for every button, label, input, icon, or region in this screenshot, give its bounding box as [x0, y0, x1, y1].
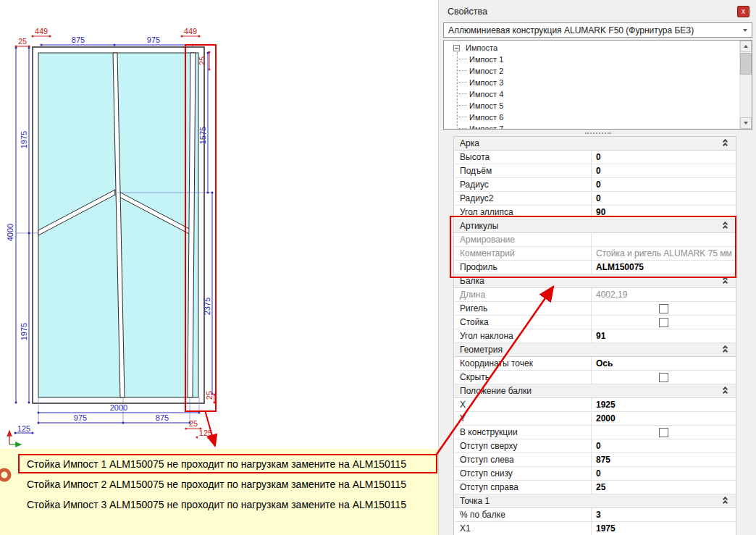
splitter-handle: [585, 132, 611, 134]
prop-value: [592, 302, 736, 315]
panel-splitter[interactable]: [443, 130, 752, 135]
section-header[interactable]: Арка: [454, 137, 736, 151]
scrollbar-thumb[interactable]: [740, 53, 752, 75]
tree-item[interactable]: Импост 2: [444, 65, 739, 77]
tree-guide-line: [457, 52, 458, 127]
cad-drawing[interactable]: 449 25 875 975 449 25 1975 4000 1975 157…: [0, 0, 449, 449]
prop-value[interactable]: 3: [592, 508, 736, 521]
section-header[interactable]: Точка 1: [454, 494, 736, 508]
panel-title: Свойства: [448, 7, 487, 17]
prop-value[interactable]: 0: [592, 192, 736, 205]
warning-message[interactable]: Стойка Импост 2 ALM150075 не проходит по…: [27, 479, 406, 490]
section-header[interactable]: Положение балки: [454, 384, 736, 398]
dimension-label: 875: [72, 35, 85, 44]
prop-label: Ригель: [454, 302, 592, 315]
prop-row: % по балке3: [454, 508, 736, 522]
prop-label: Координаты точек: [454, 357, 592, 370]
dimension-label: 449: [184, 27, 197, 35]
prop-label: Подъём: [454, 164, 592, 177]
prop-label: Профиль: [454, 261, 592, 274]
tree-collapse-icon[interactable]: [453, 45, 460, 51]
tree-item[interactable]: Импост 1: [444, 54, 739, 65]
collapse-icon[interactable]: [722, 277, 731, 285]
collapse-icon[interactable]: [722, 387, 731, 395]
section-title: Балка: [460, 276, 484, 286]
prop-value[interactable]: 0: [592, 178, 736, 191]
tree-item[interactable]: Импост 3: [444, 77, 739, 88]
prop-value[interactable]: 0: [592, 439, 736, 452]
tree-item[interactable]: Импост 7: [444, 123, 739, 130]
section-header[interactable]: Артикулы: [454, 219, 736, 233]
checkbox[interactable]: [659, 304, 668, 313]
dimension-label: 2375: [203, 298, 211, 315]
prop-row: Угол наклона91: [454, 329, 736, 343]
tree-item-label: Импост 7: [469, 125, 503, 130]
chevron-down-icon[interactable]: [743, 29, 747, 32]
checkbox[interactable]: [659, 373, 668, 382]
prop-row: Радиус0: [454, 178, 736, 192]
prop-row: Отступ справа25: [454, 481, 736, 494]
prop-value[interactable]: 1975: [592, 522, 736, 535]
checkbox[interactable]: [659, 318, 668, 327]
prop-label: X1: [454, 522, 592, 535]
section-title: Артикулы: [460, 221, 498, 231]
section-header[interactable]: Балка: [454, 274, 736, 288]
dimension-label: 875: [156, 413, 169, 422]
tree-root-label: Импоста: [466, 43, 497, 52]
section-header[interactable]: Геометрия: [454, 343, 736, 357]
prop-row: Отступ снизу0: [454, 467, 736, 481]
prop-value[interactable]: 875: [592, 453, 736, 466]
close-icon[interactable]: x: [737, 6, 749, 17]
prop-row: Скрыть: [454, 371, 736, 384]
collapse-icon[interactable]: [722, 497, 731, 505]
properties-panel: Свойства x Аллюминиевая конструкция ALUM…: [438, 0, 756, 535]
collapse-icon[interactable]: [722, 222, 731, 230]
prop-value[interactable]: 0: [592, 151, 736, 164]
dimension-label: 2000: [110, 403, 127, 412]
messages-panel: Стойка Импост 1 ALM150075 не проходит по…: [0, 449, 438, 535]
prop-value[interactable]: 25: [592, 481, 736, 494]
prop-value[interactable]: 2000: [592, 412, 736, 425]
tree-item-label: Импост 4: [469, 90, 503, 98]
prop-value[interactable]: 91: [592, 329, 736, 342]
tree-item[interactable]: Импост 5: [444, 100, 739, 111]
checkbox[interactable]: [659, 428, 668, 437]
prop-value[interactable]: 90: [592, 206, 736, 219]
tree-root-impost[interactable]: Импоста: [444, 42, 739, 54]
prop-value[interactable]: 0: [592, 164, 736, 177]
property-grid: Арка Высота0 Подъём0 Радиус0 Радиус20 Уг…: [453, 136, 736, 535]
collapse-icon[interactable]: [722, 139, 731, 148]
collapse-icon[interactable]: [722, 345, 731, 354]
scroll-up-icon[interactable]: [740, 41, 752, 52]
tree-item[interactable]: Импост 6: [444, 111, 739, 123]
prop-row: Стойка: [454, 316, 736, 329]
prop-label: Угол наклона: [454, 329, 592, 342]
tree-scrollbar[interactable]: [739, 41, 752, 129]
tree-connector: [458, 93, 467, 94]
prop-row: Y2000: [454, 412, 736, 426]
prop-row: Подъём0: [454, 164, 736, 178]
prop-value[interactable]: ALM150075: [592, 261, 736, 274]
scroll-down-icon[interactable]: [740, 117, 752, 129]
section-title: Геометрия: [460, 345, 503, 355]
prop-row: Радиус20: [454, 192, 736, 206]
dimension-label: 125: [17, 424, 30, 433]
dimension-label: 1975: [20, 323, 28, 340]
warning-message[interactable]: Стойка Импост 3 ALM150075 не проходит по…: [27, 499, 406, 510]
warning-message[interactable]: Стойка Импост 1 ALM150075 не проходит по…: [27, 458, 406, 470]
prop-row: Координаты точекОсь: [454, 357, 736, 371]
prop-row: Длина4002,19: [454, 288, 736, 302]
prop-value[interactable]: Стойка и ригель ALUMARK 75 мм: [592, 247, 736, 260]
construction-selector[interactable]: Аллюминиевая конструкция ALUMARK F50 (Фу…: [443, 22, 752, 38]
prop-label: Армирование: [454, 233, 592, 246]
prop-label: Отступ снизу: [454, 467, 592, 480]
prop-value[interactable]: 1925: [592, 398, 736, 411]
prop-value[interactable]: [592, 233, 736, 246]
prop-value: [592, 316, 736, 329]
prop-row: X1925: [454, 398, 736, 412]
dimension-label: 4000: [6, 224, 14, 241]
prop-value[interactable]: Ось: [592, 357, 736, 370]
tree-item[interactable]: Импост 4: [444, 88, 739, 100]
prop-label: Стойка: [454, 316, 592, 329]
prop-value[interactable]: 0: [592, 467, 736, 480]
